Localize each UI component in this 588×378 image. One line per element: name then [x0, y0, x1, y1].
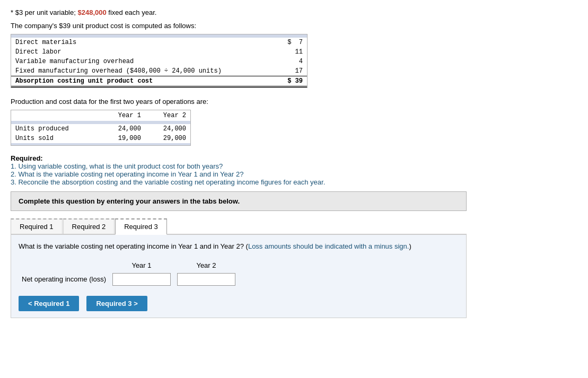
tab-required1-label: Required 1: [20, 223, 54, 231]
required-item-3: 3. Reconcile the absorption costing and …: [11, 178, 577, 186]
year1-input[interactable]: [112, 273, 171, 286]
year2-input[interactable]: [177, 273, 235, 286]
intro-highlight: $248,000: [77, 8, 106, 16]
cost-row-value: $ 7: [233, 38, 308, 47]
year2-input-cell[interactable]: [174, 271, 239, 287]
next-button-label: Required 3 >: [96, 300, 137, 307]
answer-col-label-header: [19, 259, 109, 271]
cost-row-label: Direct materials: [11, 38, 233, 47]
prod-row-y1: 24,000: [100, 124, 145, 134]
prod-table-footer: [11, 143, 190, 145]
required-item-2: 2. What is the variable costing net oper…: [11, 170, 577, 178]
cost-row-label: Variable manufacturing overhead: [11, 57, 233, 66]
required-heading: Required:: [11, 154, 43, 162]
next-button[interactable]: Required 3 >: [86, 296, 147, 311]
complete-box-text: Complete this question by entering your …: [19, 197, 240, 205]
required-item-1: 1. Using variable costing, what is the u…: [11, 162, 577, 170]
tab-required3[interactable]: Required 3: [115, 218, 167, 235]
cost-row-label: Direct labor: [11, 47, 233, 57]
cost-row-value: 4: [233, 57, 308, 66]
prod-row-label: Units sold: [11, 134, 100, 143]
complete-box: Complete this question by entering your …: [11, 191, 467, 211]
intro-line2: The company's $39 unit product cost is c…: [11, 22, 577, 30]
tab-required3-label: Required 3: [124, 223, 158, 231]
question-blue-text: Loss amounts should be indicated with a …: [248, 242, 409, 250]
prod-row-label: Units produced: [11, 124, 100, 134]
table-row: Absorption costing unit product cost $ 3…: [11, 76, 307, 87]
table-row: Units sold 19,000 29,000: [11, 134, 190, 143]
answer-col-year2-header: Year 2: [174, 259, 239, 271]
tab-bar: Required 1 Required 2 Required 3: [11, 218, 467, 235]
answer-table-wrapper: Year 1 Year 2 Net operating income (loss…: [19, 259, 459, 287]
prod-row-y2: 29,000: [145, 134, 190, 143]
tab-required1[interactable]: Required 1: [11, 218, 63, 234]
tab-content-area: What is the variable costing net operati…: [11, 235, 467, 318]
cost-row-value: 11: [233, 47, 308, 57]
answer-col-year1-header: Year 1: [109, 259, 174, 271]
year1-header-text: Year 1: [131, 261, 151, 269]
cost-row-label: Absorption costing unit product cost: [11, 76, 233, 87]
cost-row-value: 17: [233, 66, 308, 76]
production-table: Year 1 Year 2 Units produced 24,000 24,0…: [11, 110, 191, 146]
prod-col-year2: Year 2: [145, 110, 190, 121]
row-label-text: Net operating income (loss): [22, 275, 106, 283]
table-row: Units produced 24,000 24,000: [11, 124, 190, 134]
intro-line1: * $3 per unit variable; $248,000 fixed e…: [11, 8, 577, 16]
tab-question: What is the variable costing net operati…: [19, 241, 459, 252]
table-row: Fixed manufacturing overhead ($408,000 ÷…: [11, 66, 307, 76]
table-row: Direct materials $ 7: [11, 38, 307, 47]
prod-col-year1: Year 1: [100, 110, 145, 121]
year2-header-text: Year 2: [196, 261, 216, 269]
tab-required2-label: Required 2: [72, 223, 106, 231]
table-row: Variable manufacturing overhead 4: [11, 57, 307, 66]
table-row: Net operating income (loss): [19, 271, 239, 287]
cost-table: Direct materials $ 7 Direct labor 11 Var…: [11, 34, 308, 88]
prod-table-empty: [11, 110, 100, 121]
prod-row-y2: 24,000: [145, 124, 190, 134]
tab-required2[interactable]: Required 2: [63, 218, 115, 234]
prev-button[interactable]: < Required 1: [19, 296, 79, 311]
prev-button-label: < Required 1: [28, 300, 69, 307]
production-title: Production and cost data for the first t…: [11, 98, 577, 106]
cost-highlight: $39 unit product cost: [59, 22, 123, 30]
required-section: Required: 1. Using variable costing, wha…: [11, 154, 577, 186]
table-row: Direct labor 11: [11, 47, 307, 57]
answer-table: Year 1 Year 2 Net operating income (loss…: [19, 259, 239, 287]
nav-buttons: < Required 1 Required 3 >: [19, 296, 459, 311]
year1-input-cell[interactable]: [109, 271, 174, 287]
net-income-label: Net operating income (loss): [19, 271, 109, 287]
cost-row-label: Fixed manufacturing overhead ($408,000 ÷…: [11, 66, 233, 76]
prod-row-y1: 19,000: [100, 134, 145, 143]
cost-row-value: $ 39: [233, 76, 308, 87]
tabs-container: Required 1 Required 2 Required 3 What is…: [11, 218, 467, 318]
